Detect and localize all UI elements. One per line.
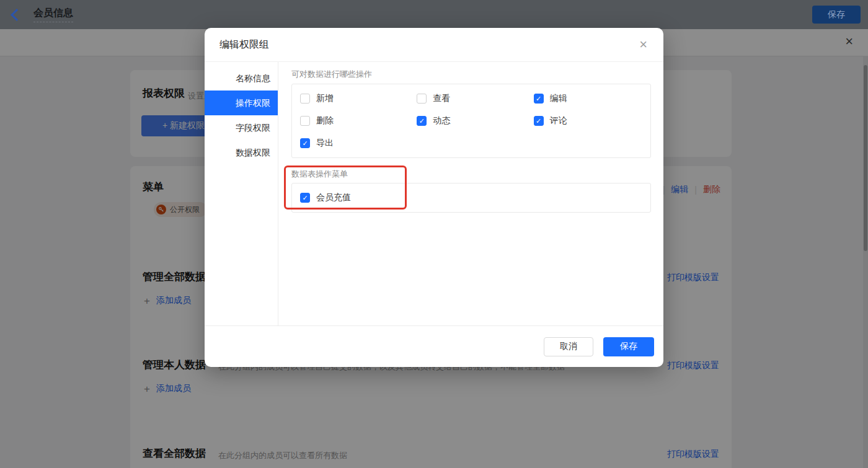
checkbox-label: 会员充值: [316, 192, 351, 203]
page-title: 会员信息: [33, 7, 73, 22]
checkbox-option[interactable]: 编辑: [534, 93, 650, 104]
checkbox-option[interactable]: 查看: [417, 93, 533, 104]
checkbox[interactable]: [300, 138, 310, 148]
checkbox[interactable]: [534, 116, 544, 126]
checkbox-option[interactable]: 动态: [417, 115, 533, 126]
dialog-header: 编辑权限组: [205, 28, 663, 62]
dialog-title: 编辑权限组: [219, 38, 269, 51]
screen: 会员信息 保存 × 报表权限 设置成员对报表的操作权限 + 新建权限组 菜单 公…: [0, 0, 868, 468]
tab-operation-permission[interactable]: 操作权限: [205, 91, 278, 115]
checkbox[interactable]: [300, 116, 310, 126]
checkbox-label: 删除: [316, 115, 334, 126]
tab-data-permission[interactable]: 数据权限: [205, 140, 278, 165]
tab-name-info[interactable]: 名称信息: [205, 66, 278, 91]
checkbox-label: 新增: [316, 93, 334, 104]
dialog-close-icon[interactable]: ×: [639, 38, 647, 51]
checkbox-option[interactable]: 新增: [300, 93, 417, 104]
topbar-save-button[interactable]: 保存: [812, 6, 861, 24]
checkbox[interactable]: [300, 193, 310, 203]
back-chevron-icon[interactable]: [11, 9, 23, 21]
topbar: 会员信息 保存: [0, 0, 868, 29]
checkbox-option[interactable]: 评论: [534, 115, 650, 126]
dialog-footer: 取消 保存: [205, 325, 663, 367]
checkbox-label: 查看: [433, 93, 450, 104]
checkbox-option[interactable]: 导出: [300, 138, 417, 149]
checkbox-label: 编辑: [550, 93, 567, 104]
checkbox[interactable]: [534, 94, 544, 104]
checkbox-label: 导出: [316, 138, 334, 149]
checkbox[interactable]: [417, 94, 427, 104]
checkbox[interactable]: [300, 94, 310, 104]
table-menu-box: 会员充值: [291, 183, 651, 213]
dialog-tab-list: 名称信息 操作权限 字段权限 数据权限: [205, 62, 278, 325]
cancel-button[interactable]: 取消: [544, 337, 593, 356]
operations-label: 可对数据进行哪些操作: [291, 70, 372, 78]
checkbox[interactable]: [417, 116, 427, 126]
table-menu-label: 数据表操作菜单: [291, 170, 348, 178]
save-button[interactable]: 保存: [603, 337, 654, 356]
checkbox-label: 动态: [433, 115, 450, 126]
edit-permission-group-dialog: 编辑权限组 × 名称信息 操作权限 字段权限 数据权限 可对数据进行哪些操作 新…: [205, 28, 663, 367]
tab-field-permission[interactable]: 字段权限: [205, 115, 278, 140]
checkbox-label: 评论: [550, 115, 567, 126]
operations-box: 新增 查看 编辑 删除 动态 评论: [291, 84, 651, 158]
checkbox-option[interactable]: 会员充值: [300, 192, 351, 203]
checkbox-option[interactable]: 删除: [300, 115, 417, 126]
